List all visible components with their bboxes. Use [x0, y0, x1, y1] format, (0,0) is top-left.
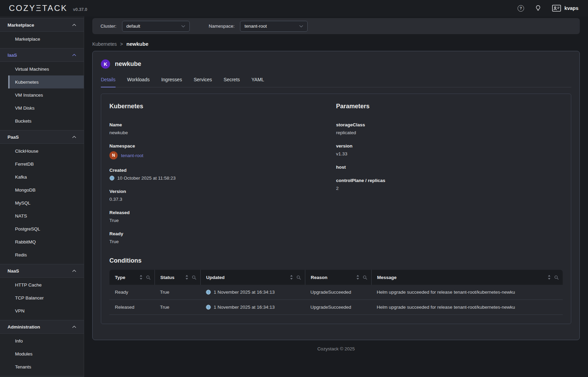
sidebar-item-redis[interactable]: Redis	[8, 248, 84, 261]
sidebar-item-tenants[interactable]: Tenants	[8, 360, 84, 373]
sidebar-item-mysql[interactable]: MySQL	[8, 196, 84, 209]
sort-icon[interactable]	[548, 275, 551, 280]
column-header-status[interactable]: Status	[155, 270, 200, 285]
user-menu[interactable]: kvaps	[552, 5, 578, 12]
breadcrumb-separator: >	[120, 41, 123, 47]
sidebar-item-modules[interactable]: Modules	[8, 347, 84, 360]
sidebar-group-header-naas[interactable]: NaaS	[0, 264, 84, 278]
sidebar-item-http-cache[interactable]: HTTP Cache	[8, 278, 84, 291]
sidebar-group-header-iaas[interactable]: IaaS	[0, 48, 84, 62]
app-logo[interactable]: COZYΞTACK	[9, 3, 68, 13]
chevron-up-icon	[72, 24, 76, 26]
sidebar-item-kafka[interactable]: Kafka	[8, 170, 84, 183]
sort-icon[interactable]	[185, 275, 188, 280]
app-version: v0.37.0	[73, 7, 88, 12]
field-controlplane-replicas: controlPlane / replicas 2	[336, 178, 563, 191]
tab-workloads[interactable]: Workloads	[127, 77, 150, 87]
sidebar-item-marketplace[interactable]: Marketplace	[8, 32, 84, 45]
globe-icon	[206, 305, 211, 310]
sidebar-item-clickhouse[interactable]: ClickHouse	[8, 144, 84, 157]
sidebar-group-paas: PaaS ClickHouse FerretDB Kafka MongoDB M…	[0, 130, 84, 264]
sidebar-group-administration: Administration Info Modules Tenants	[0, 320, 84, 376]
section-title-kubernetes: Kubernetes	[109, 103, 336, 110]
sidebar-item-info[interactable]: Info	[8, 334, 84, 347]
search-icon[interactable]	[192, 275, 196, 280]
search-icon[interactable]	[363, 275, 367, 280]
breadcrumb: Kubernetes > newkube	[92, 41, 580, 47]
sidebar-item-tcp-balancer[interactable]: TCP Balancer	[8, 291, 84, 304]
field-name: Name newkube	[109, 122, 336, 135]
conditions-table: Type Status	[109, 270, 563, 315]
field-namespace: Namespace N tenant-root	[109, 143, 336, 159]
tab-secrets[interactable]: Secrets	[224, 77, 240, 87]
sidebar-group-marketplace: Marketplace Marketplace	[0, 18, 84, 48]
details-left-column: Kubernetes Name newkube Namespace N tena…	[109, 103, 336, 252]
logo-wrap: COZYΞTACK v0.37.0	[9, 3, 87, 13]
namespace-link[interactable]: tenant-root	[121, 153, 143, 158]
tab-details[interactable]: Details	[101, 77, 116, 87]
field-created: Created 10 Octo	[109, 168, 336, 181]
namespace-avatar: N	[109, 151, 118, 159]
help-icon[interactable]: ?	[518, 5, 524, 12]
column-header-message[interactable]: Message	[371, 270, 563, 285]
card-title-row: K newkube	[101, 59, 571, 69]
footer-copyright: Cozystack © 2025	[92, 346, 580, 351]
tab-yaml[interactable]: YAML	[252, 77, 264, 87]
field-host: host	[336, 165, 563, 170]
chevron-down-icon	[299, 25, 303, 28]
search-icon[interactable]	[296, 275, 301, 280]
conditions-table-header: Type Status	[109, 270, 563, 285]
sidebar-item-vm-instances[interactable]: VM Instances	[8, 88, 84, 101]
username: kvaps	[564, 5, 578, 11]
chevron-up-icon	[72, 269, 76, 272]
table-row[interactable]: Ready True 1 November 2025 at 16:34:13 U…	[109, 285, 563, 300]
field-released: Released True	[109, 210, 336, 223]
field-storageclass: storageClass replicated	[336, 122, 563, 135]
sidebar-item-virtual-machines[interactable]: Virtual Machines	[8, 62, 84, 75]
sidebar-group-header-marketplace[interactable]: Marketplace	[0, 18, 84, 32]
context-toolbar: Cluster: default Namespace: tenant-root	[92, 18, 580, 34]
tab-ingresses[interactable]: Ingresses	[161, 77, 182, 87]
sidebar-item-vpn[interactable]: VPN	[8, 304, 84, 317]
breadcrumb-kubernetes[interactable]: Kubernetes	[92, 41, 117, 47]
namespace-select-value: tenant-root	[244, 24, 267, 29]
namespace-select[interactable]: tenant-root	[240, 21, 308, 32]
chevron-up-icon	[72, 325, 76, 328]
conditions-title: Conditions	[109, 257, 563, 264]
sidebar-item-kubernetes[interactable]: Kubernetes	[8, 75, 84, 88]
search-icon[interactable]	[554, 275, 559, 280]
tab-services[interactable]: Services	[193, 77, 212, 87]
sort-icon[interactable]	[139, 275, 143, 280]
search-icon[interactable]	[146, 275, 150, 280]
sort-icon[interactable]	[356, 275, 359, 280]
globe-icon	[109, 176, 115, 181]
sidebar: Marketplace Marketplace IaaS Virtual Mac…	[0, 16, 84, 377]
sort-icon[interactable]	[290, 275, 293, 280]
cluster-select[interactable]: default	[122, 21, 190, 32]
column-header-updated[interactable]: Updated	[200, 270, 305, 285]
namespace-label: Namespace:	[209, 24, 235, 29]
sidebar-item-ferretdb[interactable]: FerretDB	[8, 157, 84, 170]
field-version-param: version v1.33	[336, 143, 563, 156]
cluster-label: Cluster:	[101, 24, 117, 29]
sidebar-item-vm-disks[interactable]: VM Disks	[8, 101, 84, 114]
sidebar-group-header-administration[interactable]: Administration	[0, 320, 84, 334]
sidebar-item-postgresql[interactable]: PostgreSQL	[8, 222, 84, 235]
sidebar-item-nats[interactable]: NATS	[8, 209, 84, 222]
chevron-down-icon	[181, 25, 185, 28]
column-header-type[interactable]: Type	[109, 270, 155, 285]
main-content: Cluster: default Namespace: tenant-root …	[84, 16, 588, 377]
created-value: 10 October 2025 at 11:58:23	[117, 176, 176, 181]
lightbulb-icon[interactable]	[535, 5, 541, 11]
table-row[interactable]: Released True 1 November 2025 at 16:34:1…	[109, 300, 563, 315]
sidebar-item-mongodb[interactable]: MongoDB	[8, 183, 84, 196]
sidebar-item-rabbitmq[interactable]: RabbitMQ	[8, 235, 84, 248]
details-right-column: Parameters storageClass replicated versi…	[336, 103, 563, 252]
breadcrumb-current: newkube	[126, 41, 148, 47]
column-header-reason[interactable]: Reason	[305, 270, 371, 285]
sidebar-group-header-paas[interactable]: PaaS	[0, 130, 84, 144]
chevron-up-icon	[72, 54, 76, 56]
chevron-up-icon	[72, 136, 76, 138]
field-ready: Ready True	[109, 231, 336, 244]
sidebar-item-buckets[interactable]: Buckets	[8, 114, 84, 127]
